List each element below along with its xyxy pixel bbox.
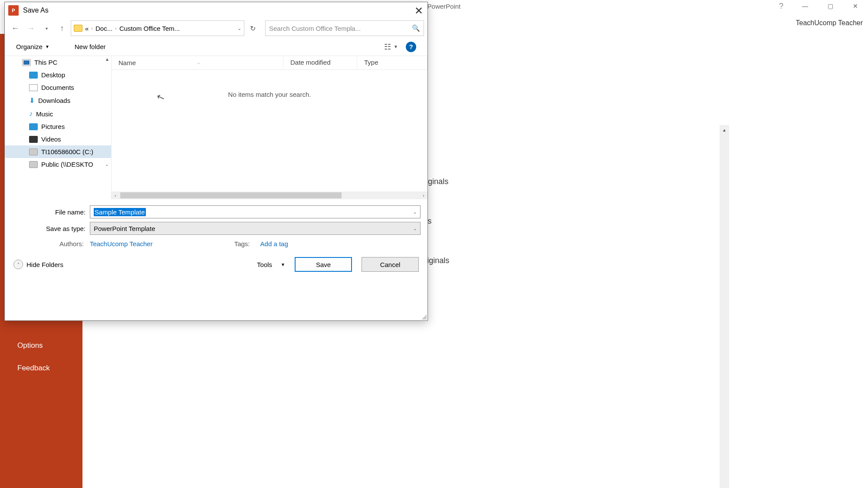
drive-icon [29, 161, 38, 168]
filename-label: File name: [12, 208, 90, 216]
new-folder-button[interactable]: New folder [75, 43, 106, 50]
search-icon[interactable]: 🔍 [412, 24, 420, 32]
folder-tree[interactable]: ▲ This PC Desktop Documents ⬇Downloads ♪… [5, 56, 112, 199]
sidebar-item-options[interactable]: Options [0, 334, 82, 357]
tree-documents[interactable]: Documents [5, 81, 111, 94]
folder-icon [74, 25, 82, 32]
up-icon[interactable]: ↑ [55, 21, 69, 35]
pc-icon [22, 59, 31, 66]
download-icon: ⬇ [29, 96, 35, 105]
chevron-down-icon: ▼ [45, 44, 49, 49]
tree-drive-c[interactable]: TI10658600C (C:) [5, 145, 111, 158]
chevron-down-icon[interactable]: ⌄ [105, 162, 108, 167]
tags-input[interactable]: Add a tag [260, 240, 288, 247]
dialog-titlebar: P Save As ✕ [5, 2, 427, 19]
empty-message: No items match your search. [228, 91, 311, 98]
save-as-dialog: P Save As ✕ ← → ▾ ↑ « › Doc... › Custom … [4, 2, 428, 321]
scrollbar[interactable]: ▲ ▼ [720, 125, 729, 488]
close-icon[interactable]: ✕ [843, 0, 868, 12]
chevron-right-icon[interactable]: › [91, 26, 93, 31]
savetype-select[interactable]: PowerPoint Template⌄ [90, 222, 421, 235]
help-icon[interactable]: ? [406, 42, 416, 52]
dialog-footer: ˄Hide Folders Tools▼ Save Cancel [5, 251, 427, 278]
tree-pictures[interactable]: Pictures [5, 120, 111, 133]
dialog-toolbar: Organize▼ New folder ☷▼ ? [5, 38, 427, 56]
scroll-right-icon[interactable]: › [420, 193, 427, 198]
collapse-icon: ˄ [13, 260, 23, 269]
file-list: Name︿ Date modified Type ↖ No items matc… [112, 56, 427, 199]
view-button[interactable]: ☷▼ [384, 42, 398, 52]
dialog-title: Save As [23, 7, 49, 14]
authors-label: Authors: [59, 240, 84, 247]
organize-button[interactable]: Organize▼ [16, 43, 49, 50]
list-header: Name︿ Date modified Type [112, 56, 427, 70]
cancel-button[interactable]: Cancel [362, 257, 419, 272]
scroll-down-icon[interactable]: ▼ [720, 485, 729, 488]
tree-desktop[interactable]: Desktop [5, 69, 111, 81]
maximize-icon[interactable]: ▢ [818, 0, 843, 12]
dialog-fields: File name: Sample Template⌄ Save as type… [5, 199, 427, 251]
chevron-right-icon[interactable]: › [115, 26, 117, 31]
scroll-left-icon[interactable]: ‹ [112, 193, 119, 198]
dropdown-icon[interactable]: ⌄ [413, 210, 417, 214]
col-name[interactable]: Name︿ [112, 56, 283, 69]
resize-handle[interactable] [421, 313, 427, 320]
music-icon: ♪ [29, 110, 33, 118]
search-input[interactable]: Search Custom Office Templa... 🔍 [265, 20, 424, 36]
scroll-up-icon[interactable]: ▲ [720, 125, 729, 135]
minimize-icon[interactable]: — [792, 0, 818, 12]
powerpoint-icon: P [8, 5, 19, 16]
savetype-label: Save as type: [12, 225, 90, 232]
tools-button[interactable]: Tools▼ [257, 261, 285, 268]
cursor-icon: ↖ [155, 91, 166, 104]
user-name[interactable]: TeachUcomp Teacher [796, 19, 863, 27]
back-icon[interactable]: ← [8, 21, 22, 35]
list-body: ↖ No items match your search. [112, 70, 427, 191]
close-icon[interactable]: ✕ [414, 5, 423, 17]
horizontal-scrollbar[interactable]: ‹ › [112, 191, 427, 199]
breadcrumb[interactable]: « › Doc... › Custom Office Tem... ⌄ [71, 20, 244, 36]
document-icon [29, 84, 38, 91]
breadcrumb-ellipsis[interactable]: « [85, 25, 89, 32]
scroll-thumb[interactable] [120, 192, 342, 198]
chevron-down-icon: ▼ [281, 262, 285, 267]
tree-this-pc[interactable]: This PC [5, 56, 111, 69]
sort-icon: ︿ [197, 60, 201, 66]
pictures-icon [29, 123, 38, 130]
tree-music[interactable]: ♪Music [5, 107, 111, 120]
refresh-icon[interactable]: ↻ [246, 20, 259, 36]
filename-input[interactable]: Sample Template⌄ [90, 205, 421, 218]
breadcrumb-dropdown-icon[interactable]: ⌄ [237, 26, 241, 31]
col-date[interactable]: Date modified [283, 56, 357, 69]
dialog-nav: ← → ▾ ↑ « › Doc... › Custom Office Tem..… [5, 19, 427, 38]
breadcrumb-segment[interactable]: Doc... [95, 25, 112, 32]
tags-label: Tags: [234, 240, 250, 247]
chevron-down-icon: ▼ [394, 44, 398, 49]
desktop-icon [29, 72, 38, 79]
col-type[interactable]: Type [357, 56, 427, 69]
save-button[interactable]: Save [295, 257, 352, 272]
breadcrumb-segment[interactable]: Custom Office Tem... [119, 25, 180, 32]
recent-dropdown-icon[interactable]: ▾ [39, 21, 53, 35]
sidebar-item-feedback[interactable]: Feedback [0, 357, 82, 379]
scroll-up-icon[interactable]: ▲ [105, 57, 109, 62]
search-placeholder: Search Custom Office Templa... [269, 25, 361, 32]
view-icon: ☷ [384, 42, 391, 52]
tree-network-drive[interactable]: Public (\\DESKTO⌄ [5, 158, 111, 171]
videos-icon [29, 136, 38, 143]
hide-folders-button[interactable]: ˄Hide Folders [13, 260, 63, 269]
forward-icon: → [24, 21, 38, 35]
drive-icon [29, 148, 38, 155]
dropdown-icon[interactable]: ⌄ [413, 226, 417, 231]
tree-videos[interactable]: Videos [5, 133, 111, 145]
tree-downloads[interactable]: ⬇Downloads [5, 94, 111, 107]
help-icon[interactable]: ? [773, 0, 790, 12]
authors-value[interactable]: TeachUcomp Teacher [90, 240, 153, 247]
